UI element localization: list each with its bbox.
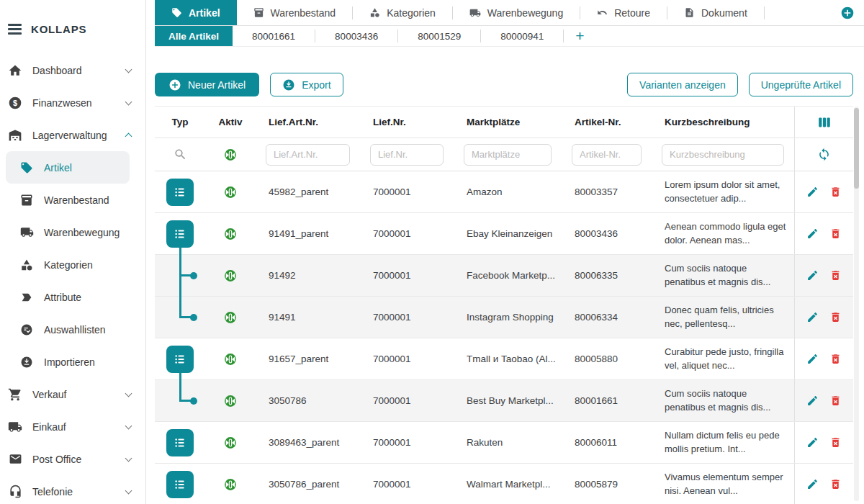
row-actions <box>794 422 853 463</box>
tab-kategorien[interactable]: Kategorien <box>353 0 452 25</box>
subtab-80001529[interactable]: 80001529 <box>398 26 480 46</box>
column-header-typ[interactable]: Typ <box>155 117 205 127</box>
column-header-marktplaetze[interactable]: Marktplätze <box>454 117 562 127</box>
sidebar-item-importieren[interactable]: Importieren <box>6 346 130 378</box>
sidebar-item-telefonie[interactable]: Telefonie <box>0 475 145 504</box>
subtab-80003436[interactable]: 80003436 <box>315 26 397 46</box>
edit-icon[interactable] <box>806 478 819 490</box>
kurzbeschreibung-cell: Lorem ipsum dolor sit amet, consectetuer… <box>652 179 794 204</box>
edit-icon[interactable] <box>806 269 819 282</box>
columns-icon[interactable] <box>816 114 832 130</box>
tag-icon <box>19 161 34 175</box>
tab-warenbestand[interactable]: Warenbestand <box>237 0 353 25</box>
unchecked-articles-button[interactable]: Ungeprüfte Artikel <box>749 73 853 96</box>
parent-article-icon[interactable] <box>166 429 194 456</box>
home-icon <box>8 63 22 78</box>
table-row[interactable]: 91492 7000001 Facebook Marketp... 800063… <box>155 255 853 297</box>
tab-dokument[interactable]: Dokument <box>667 0 764 25</box>
sidebar-item-artikel[interactable]: Artikel <box>6 151 130 184</box>
add-tab-button[interactable] <box>840 6 855 20</box>
active-status-icon <box>223 394 238 408</box>
table-row[interactable]: 91657_parent 7000001 Tmall и Taobao (Al.… <box>155 338 853 380</box>
delete-icon[interactable] <box>829 395 842 407</box>
lief-art-nr-filter-input[interactable] <box>266 144 350 166</box>
tab-warenbewegung[interactable]: Warenbewegung <box>453 0 580 25</box>
parent-article-icon[interactable] <box>166 220 194 248</box>
subtab-80000941[interactable]: 80000941 <box>481 26 563 46</box>
column-header-artikel-nr[interactable]: Artikel-Nr. <box>562 117 652 127</box>
sidebar-item-warenbestand[interactable]: Warenbestand <box>6 184 130 216</box>
sidebar-item-post-office[interactable]: Post Office <box>0 443 145 475</box>
edit-icon[interactable] <box>806 311 819 323</box>
table-row[interactable]: 3050786_parent 7000001 Walmart Marketpl.… <box>155 464 853 504</box>
table-row[interactable]: 45982_parent 7000001 Amazon 80003357 Lor… <box>155 171 853 213</box>
table-row[interactable]: 91491_parent 7000001 Ebay Kleinanzeigen … <box>155 213 853 255</box>
tab-artikel[interactable]: Artikel <box>155 0 237 25</box>
marktplatz-cell: Tmall и Taobao (Al... <box>454 354 562 364</box>
delete-icon[interactable] <box>829 186 842 198</box>
row-actions <box>794 213 853 254</box>
new-article-button[interactable]: Neuer Artikel <box>155 73 259 96</box>
parent-article-icon[interactable] <box>166 179 194 206</box>
aktiv-cell <box>205 227 256 241</box>
show-variants-button[interactable]: Varianten anzeigen <box>627 73 738 96</box>
column-header-lief-art-nr[interactable]: Lief.Art.Nr. <box>256 117 360 127</box>
scrollbar-thumb[interactable] <box>854 108 859 189</box>
table-row[interactable]: 3089463_parent 7000001 Rakuten 80006011 … <box>155 422 853 464</box>
kurzbeschreibung-cell: Aenean commodo ligula eget dolor. Aenean… <box>652 220 794 246</box>
kurzbeschreibung-filter-input[interactable] <box>662 144 784 166</box>
sidebar-item-einkauf[interactable]: Einkauf <box>0 410 145 443</box>
parent-article-icon[interactable] <box>166 346 194 373</box>
lief-art-nr-cell: 91491_parent <box>256 228 360 239</box>
delete-icon[interactable] <box>829 269 842 282</box>
edit-icon[interactable] <box>806 436 819 449</box>
parent-article-icon[interactable] <box>166 471 194 498</box>
column-header-lief-nr[interactable]: Lief.Nr. <box>360 117 454 127</box>
sidebar-item-auswahllisten[interactable]: Auswahllisten <box>6 313 130 346</box>
subtab-80001661[interactable]: 80001661 <box>233 26 315 46</box>
hamburger-menu-icon[interactable] <box>8 24 22 34</box>
delete-icon[interactable] <box>829 311 842 323</box>
sidebar-item-verkauf[interactable]: Verkauf <box>0 378 145 410</box>
artikel-nr-cell: 80001661 <box>562 395 652 406</box>
table-row[interactable]: 91491 7000001 Instagram Shopping 8000633… <box>155 297 853 338</box>
tabbar: Artikel Warenbestand Kategorien Warenbew… <box>155 0 864 26</box>
aktiv-cell <box>205 394 256 408</box>
delete-icon[interactable] <box>829 436 842 449</box>
chevron-down-icon <box>125 98 132 105</box>
edit-icon[interactable] <box>806 228 819 240</box>
sidebar-item-warenbewegung[interactable]: Warenbewegung <box>6 216 130 248</box>
subtab-alle-artikel[interactable]: Alle Artikel <box>155 26 233 46</box>
export-button[interactable]: Export <box>270 73 343 96</box>
sidebar-item-dashboard[interactable]: Dashboard <box>0 54 145 86</box>
sidebar-item-lagerverwaltung[interactable]: Lagerverwaltung <box>0 119 145 151</box>
marktplaetze-filter-input[interactable] <box>464 144 552 166</box>
tab-retoure[interactable]: Retoure <box>580 0 667 25</box>
edit-icon[interactable] <box>806 395 819 407</box>
add-subtab-button[interactable]: + <box>564 26 595 46</box>
sidebar-item-attribute[interactable]: Attribute <box>6 281 130 313</box>
kurzbeschreibung-cell: Cum sociis natoque penatibus et magnis d… <box>652 262 794 288</box>
delete-icon[interactable] <box>829 353 842 365</box>
row-actions <box>794 297 853 338</box>
refresh-icon[interactable] <box>817 148 831 161</box>
artikel-nr-cell: 80006335 <box>562 270 652 281</box>
edit-icon[interactable] <box>806 186 819 198</box>
delete-icon[interactable] <box>829 478 842 490</box>
marktplatz-cell: Rakuten <box>454 437 562 448</box>
delete-icon[interactable] <box>829 228 842 240</box>
chevron-down-icon <box>125 422 132 429</box>
sidebar-item-finanzwesen[interactable]: $ Finanzwesen <box>0 86 145 119</box>
chevron-down-icon <box>125 66 132 73</box>
table-row[interactable]: 3050786 7000001 Best Buy Marketpl... 800… <box>155 380 853 422</box>
chevron-up-icon <box>125 133 132 140</box>
sidebar-item-kategorien[interactable]: Kategorien <box>6 248 130 281</box>
column-header-aktiv[interactable]: Aktiv <box>205 117 256 127</box>
artikel-nr-cell: 80003436 <box>562 228 652 239</box>
aktiv-cell <box>205 436 256 450</box>
lief-nr-filter-input[interactable] <box>370 144 444 166</box>
artikel-nr-filter-input[interactable] <box>572 144 642 166</box>
filter-aktiv[interactable] <box>205 148 256 162</box>
edit-icon[interactable] <box>806 353 819 365</box>
column-header-kurzbeschreibung[interactable]: Kurzbeschreibung <box>652 117 794 127</box>
